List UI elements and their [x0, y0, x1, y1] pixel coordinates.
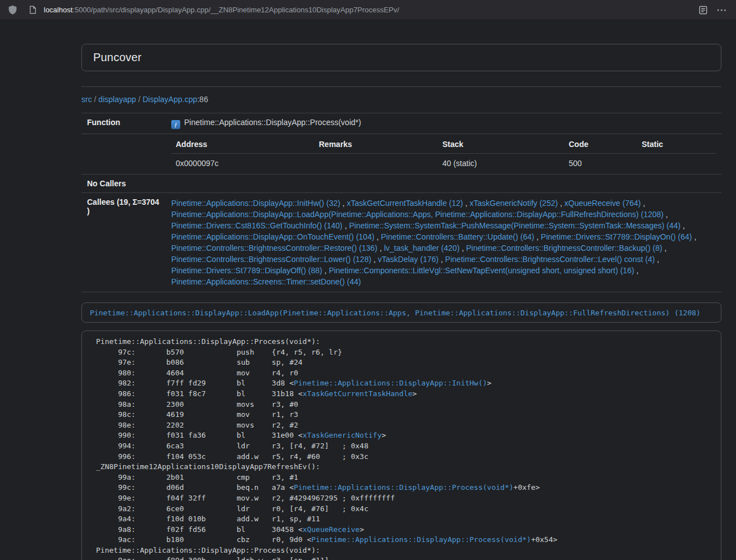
function-row: Function ƒPinetime::Applications::Displa…	[81, 113, 721, 134]
disassembly-box: Pinetime::Applications::DisplayApp::Proc…	[81, 331, 721, 560]
stats-table: AddressRemarksStackCodeStatic 0x0000097c…	[171, 139, 716, 169]
symbol-table: Function ƒPinetime::Applications::Displa…	[81, 113, 721, 292]
url-host: localhost	[44, 6, 72, 14]
url-path: :5000/path/src/displayapp/DisplayApp.cpp…	[72, 6, 399, 14]
selected-symbol-box: Pinetime::Applications::DisplayApp::Load…	[81, 302, 721, 323]
callee-link[interactable]: Pinetime::Drivers::St7789::DisplayOff() …	[171, 266, 322, 275]
callee-link[interactable]: Pinetime::Controllers::BrightnessControl…	[171, 255, 371, 264]
stats-value: 500	[564, 154, 637, 170]
breadcrumb-separator: /	[92, 95, 99, 104]
divider	[81, 86, 721, 87]
breadcrumb-link[interactable]: displayapp	[98, 95, 136, 104]
function-row-label: Function	[81, 113, 166, 134]
breadcrumb: src / displayapp / DisplayApp.cpp:86	[81, 95, 721, 104]
callee-link[interactable]: Pinetime::Applications::DisplayApp::OnTo…	[171, 232, 374, 241]
callee-link[interactable]: xQueueReceive (764)	[564, 199, 641, 208]
stats-value	[637, 154, 716, 170]
selected-symbol-link[interactable]: Pinetime::Applications::DisplayApp::Load…	[90, 309, 701, 317]
stats-header: Stack	[438, 139, 564, 154]
document-icon	[27, 4, 38, 16]
function-icon-glyph: ƒ	[174, 121, 177, 128]
callee-link[interactable]: Pinetime::Drivers::St7789::DisplayOn() (…	[541, 232, 692, 241]
callees-row: Callees (19, Σ=3704 ) Pinetime::Applicat…	[81, 193, 721, 292]
stats-header: Static	[637, 139, 716, 154]
callee-link[interactable]: Pinetime::Controllers::BrightnessControl…	[466, 244, 662, 253]
page-title: Puncover	[93, 51, 710, 64]
stats-header: Remarks	[314, 139, 438, 154]
no-callers-row: No Callers	[81, 175, 721, 193]
page-header-box: Puncover	[81, 44, 721, 71]
callee-link[interactable]: Pinetime::Drivers::Cst816S::GetTouchInfo…	[171, 221, 342, 230]
stats-value: 0x0000097c	[171, 154, 314, 170]
callees-list: Pinetime::Applications::DisplayApp::Init…	[166, 193, 721, 292]
stats-row-label	[81, 134, 166, 175]
callee-link[interactable]: Pinetime::Controllers::BrightnessControl…	[171, 244, 377, 253]
stats-value-row: 0x0000097c40 (static)500	[171, 154, 716, 170]
code-symbol-link[interactable]: xQueueReceive	[303, 525, 360, 534]
breadcrumb-link[interactable]: DisplayApp.cpp	[143, 95, 197, 104]
reader-view-icon[interactable]	[697, 4, 708, 16]
stats-value: 40 (static)	[438, 154, 564, 170]
stats-value	[314, 154, 438, 170]
shield-icon[interactable]	[7, 4, 18, 16]
breadcrumb-link[interactable]: src	[81, 95, 92, 104]
stats-header: Code	[564, 139, 637, 154]
callee-link[interactable]: Pinetime::Applications::Screens::Timer::…	[171, 277, 361, 286]
breadcrumb-separator: /	[136, 95, 143, 104]
breadcrumb-line-number: :86	[197, 95, 208, 104]
page-container: Puncover src / displayapp / DisplayApp.c…	[81, 20, 721, 560]
callee-link[interactable]: xTaskGetCurrentTaskHandle (12)	[347, 199, 463, 208]
code-symbol-link[interactable]: xTaskGenericNotify	[303, 431, 382, 439]
url-bar[interactable]: localhost:5000/path/src/displayapp/Displ…	[44, 6, 692, 14]
callee-link[interactable]: Pinetime::Applications::DisplayApp::Init…	[171, 199, 340, 208]
callee-link[interactable]: Pinetime::Applications::DisplayApp::Load…	[171, 210, 664, 219]
disassembly-code: Pinetime::Applications::DisplayApp::Proc…	[82, 331, 721, 560]
callee-link[interactable]: Pinetime::System::SystemTask::PushMessag…	[349, 221, 681, 230]
callees-label: Callees (19, Σ=3704 )	[81, 193, 166, 292]
callee-link[interactable]: Pinetime::Controllers::Battery::Update()…	[381, 232, 534, 241]
function-name-cell: ƒPinetime::Applications::DisplayApp::Pro…	[166, 113, 721, 134]
callee-link[interactable]: xTaskGenericNotify (252)	[469, 199, 557, 208]
function-name: Pinetime::Applications::DisplayApp::Proc…	[184, 118, 361, 127]
overflow-menu-icon[interactable]: ⋯	[714, 4, 729, 15]
stats-header: Address	[171, 139, 314, 154]
code-symbol-link[interactable]: Pinetime::Applications::DisplayApp::Proc…	[294, 483, 513, 492]
callee-link[interactable]: vTaskDelay (176)	[378, 255, 438, 264]
callee-link[interactable]: Pinetime::Components::LittleVgl::SetNewT…	[329, 266, 634, 275]
code-symbol-link[interactable]: xTaskGetCurrentTaskHandle	[303, 389, 413, 398]
browser-toolbar: localhost:5000/path/src/displayapp/Displ…	[0, 0, 736, 20]
code-symbol-link[interactable]: Pinetime::Applications::DisplayApp::Init…	[294, 379, 487, 387]
function-icon: ƒ	[171, 120, 180, 129]
stats-cell: AddressRemarksStackCodeStatic 0x0000097c…	[166, 134, 721, 175]
no-callers-label: No Callers	[81, 175, 166, 193]
callee-link[interactable]: Pinetime::Controllers::BrightnessControl…	[445, 255, 655, 264]
code-symbol-link[interactable]: Pinetime::Applications::DisplayApp::Proc…	[312, 535, 531, 544]
stats-header-row: AddressRemarksStackCodeStatic	[171, 139, 716, 154]
callee-link[interactable]: lv_task_handler (420)	[384, 244, 460, 253]
stats-row: AddressRemarksStackCodeStatic 0x0000097c…	[81, 134, 721, 175]
no-callers-cell	[166, 175, 721, 193]
